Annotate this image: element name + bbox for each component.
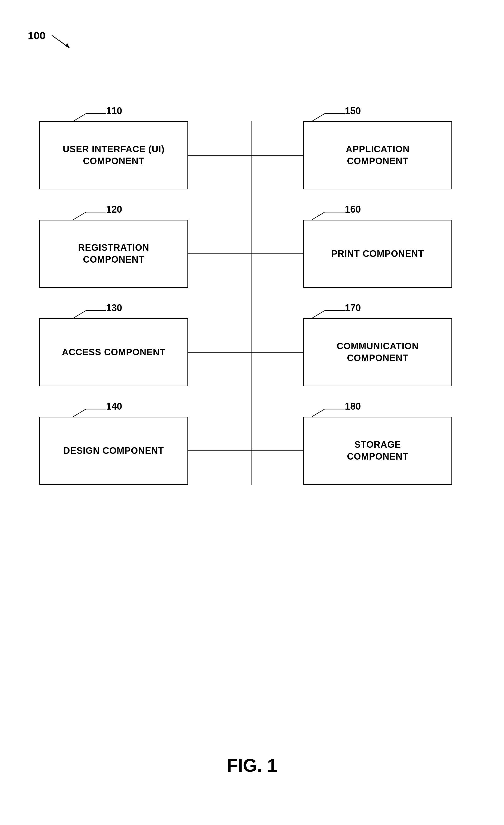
diagram-container: 100 — [0, 0, 504, 825]
ref-150-label: 150 — [345, 105, 361, 117]
box-registration-component: REGISTRATIONCOMPONENT — [39, 220, 188, 288]
svg-marker-1 — [65, 44, 69, 48]
svg-line-20 — [73, 311, 86, 318]
ref-180-label: 180 — [345, 401, 361, 412]
ref-170-label: 170 — [345, 303, 361, 313]
svg-line-14 — [312, 114, 325, 121]
ref-140-label: 140 — [106, 401, 122, 412]
ref-120-label: 120 — [106, 204, 122, 215]
box-print-component: PRINT COMPONENT — [303, 220, 452, 288]
svg-line-16 — [73, 212, 86, 220]
svg-line-26 — [312, 409, 325, 417]
svg-line-24 — [73, 409, 86, 417]
ref-130-label: 130 — [106, 303, 122, 313]
box-storage-component: STORAGECOMPONENT — [303, 417, 452, 485]
box-design-component: DESIGN COMPONENT — [39, 417, 188, 485]
figure-label: FIG. 1 — [227, 755, 277, 776]
box-access-component: ACCESS COMPONENT — [39, 318, 188, 386]
ref-100-label: 100 — [28, 30, 46, 42]
ref-110-label: 110 — [106, 105, 122, 117]
box-application-component: APPLICATIONCOMPONENT — [303, 121, 452, 190]
svg-line-12 — [73, 114, 86, 121]
box-ui-component: USER INTERFACE (UI)COMPONENT — [39, 121, 188, 190]
arrow-100-svg — [49, 33, 75, 51]
box-communication-component: COMMUNICATIONCOMPONENT — [303, 318, 452, 386]
ref-160-label: 160 — [345, 204, 361, 215]
svg-line-18 — [312, 212, 325, 220]
svg-line-22 — [312, 311, 325, 318]
